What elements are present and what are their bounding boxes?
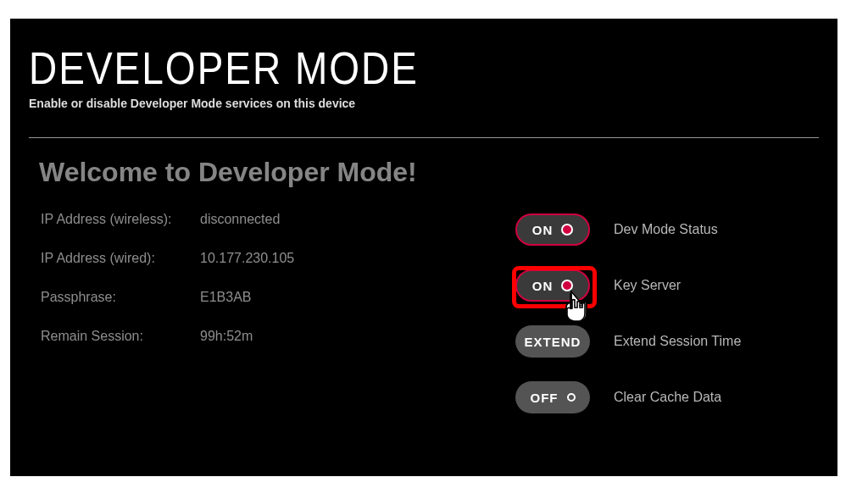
key-server-label: Key Server [614,278,681,293]
highlight-box [512,266,597,308]
cursor-pointer-icon [561,290,590,326]
info-panel: IP Address (wireless): disconnected IP A… [41,212,515,413]
welcome-heading: Welcome to Developer Mode! [39,157,819,188]
key-server-state: ON [532,279,554,293]
divider [29,137,819,138]
dev-mode-state: ON [532,223,554,237]
toggle-on-indicator-icon [561,280,573,291]
key-server-toggle[interactable]: ON [515,269,590,302]
clear-cache-toggle[interactable]: OFF [515,381,590,413]
passphrase-value: E1B3AB [200,290,251,305]
remain-session-value: 99h:52m [200,329,253,344]
ip-wireless-label: IP Address (wireless): [41,212,200,227]
page-title: DEVELOPER MODE [29,42,819,95]
controls-panel: ON Dev Mode Status ON [515,212,741,413]
remain-session-label: Remain Session: [41,329,200,344]
passphrase-label: Passphrase: [41,290,200,305]
clear-cache-state: OFF [531,391,559,405]
page-subtitle: Enable or disable Developer Mode service… [29,97,819,110]
ip-wired-value: 10.177.230.105 [200,251,294,266]
extend-session-label: Extend Session Time [614,334,741,349]
clear-cache-label: Clear Cache Data [614,390,721,405]
toggle-off-indicator-icon [567,393,576,402]
extend-state: EXTEND [525,335,581,349]
extend-session-button[interactable]: EXTEND [515,325,590,358]
ip-wired-label: IP Address (wired): [41,251,200,266]
developer-mode-screen: DEVELOPER MODE Enable or disable Develop… [10,19,837,476]
toggle-on-indicator-icon [561,224,573,236]
ip-wireless-value: disconnected [200,212,280,227]
dev-mode-label: Dev Mode Status [614,222,718,237]
dev-mode-toggle[interactable]: ON [515,214,590,246]
